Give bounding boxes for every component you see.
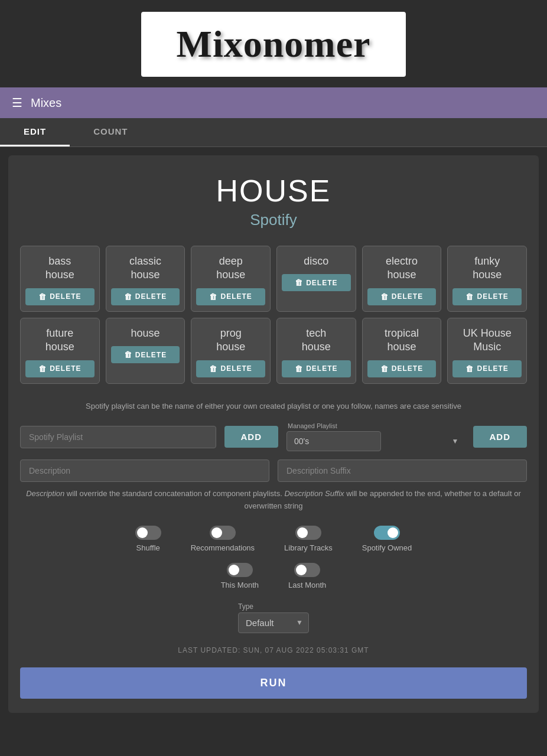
shuffle-toggle[interactable] bbox=[135, 526, 161, 540]
genre-card-prog-house: proghouse 🗑 DELETE bbox=[191, 318, 271, 384]
genre-card-funky-house: funkyhouse 🗑 DELETE bbox=[447, 246, 527, 312]
managed-playlist-select[interactable]: 00's 10's 20's bbox=[286, 431, 381, 451]
genre-name: deephouse bbox=[216, 255, 245, 282]
delete-bass-house-button[interactable]: 🗑 DELETE bbox=[25, 288, 95, 305]
spotify-form-row: ADD Managed Playlist 00's 10's 20's ▼ AD… bbox=[20, 422, 527, 451]
type-label: Type bbox=[238, 602, 309, 611]
genre-card-tropical-house: tropicalhouse 🗑 DELETE bbox=[362, 318, 442, 384]
delete-prog-house-button[interactable]: 🗑 DELETE bbox=[196, 360, 265, 377]
library-tracks-toggle[interactable] bbox=[295, 526, 321, 540]
toggles-row-1: Shuffle Recommendations Library Tracks S… bbox=[20, 526, 527, 552]
trash-icon: 🗑 bbox=[380, 292, 389, 301]
chevron-down-icon: ▼ bbox=[452, 437, 459, 445]
nav-bar: ☰ Mixes bbox=[0, 87, 547, 118]
toggles-row-2: This Month Last Month bbox=[20, 563, 527, 589]
toggle-spotify-owned: Spotify Owned bbox=[362, 526, 412, 552]
genre-card-electro-house: electrohouse 🗑 DELETE bbox=[362, 246, 442, 312]
genre-card-tech-house: techhouse 🗑 DELETE bbox=[276, 318, 356, 384]
spotify-owned-label: Spotify Owned bbox=[362, 543, 412, 552]
genre-grid: basshouse 🗑 DELETE classichouse 🗑 DELETE… bbox=[20, 246, 527, 384]
shuffle-thumb bbox=[137, 527, 148, 538]
desc-info: Description will override the standard c… bbox=[20, 488, 527, 513]
desc-info-em1: Description bbox=[26, 489, 64, 498]
this-month-thumb bbox=[229, 565, 239, 575]
delete-funky-house-button[interactable]: 🗑 DELETE bbox=[452, 288, 522, 305]
info-text: Spotify playlist can be the name of eith… bbox=[20, 400, 527, 412]
nav-title: Mixes bbox=[31, 96, 61, 110]
spotify-owned-toggle[interactable] bbox=[374, 526, 400, 540]
genre-name: funkyhouse bbox=[473, 255, 502, 282]
managed-playlist-label: Managed Playlist bbox=[286, 422, 465, 429]
trash-icon: 🗑 bbox=[380, 364, 389, 373]
last-month-thumb bbox=[296, 565, 307, 575]
last-month-label: Last Month bbox=[288, 581, 326, 589]
recommendations-thumb bbox=[211, 527, 222, 538]
delete-uk-house-music-button[interactable]: 🗑 DELETE bbox=[452, 360, 522, 377]
genre-card-disco: disco 🗑 DELETE bbox=[276, 246, 356, 312]
menu-icon[interactable]: ☰ bbox=[12, 96, 22, 110]
app-title: Mixonomer bbox=[177, 22, 371, 66]
description-row bbox=[20, 460, 527, 482]
genre-card-uk-house-music: UK HouseMusic 🗑 DELETE bbox=[447, 318, 527, 384]
trash-icon: 🗑 bbox=[209, 292, 217, 301]
playlist-name: HOUSE bbox=[20, 173, 527, 208]
managed-playlist-select-wrapper: 00's 10's 20's ▼ bbox=[286, 431, 465, 451]
delete-disco-button[interactable]: 🗑 DELETE bbox=[282, 274, 351, 291]
desc-info-em2: Description Suffix bbox=[284, 489, 344, 498]
type-select-wrapper: Default Recents Full ▼ bbox=[238, 612, 309, 633]
genre-name: classichouse bbox=[129, 255, 161, 282]
run-button[interactable]: RUN bbox=[20, 667, 527, 699]
trash-icon: 🗑 bbox=[465, 364, 474, 373]
description-suffix-input[interactable] bbox=[278, 460, 527, 482]
header: Mixonomer bbox=[0, 0, 547, 87]
spotify-playlist-input[interactable] bbox=[20, 426, 216, 448]
trash-icon: 🗑 bbox=[465, 292, 474, 301]
last-month-toggle[interactable] bbox=[294, 563, 320, 577]
toggle-this-month: This Month bbox=[221, 563, 259, 589]
type-select[interactable]: Default Recents Full bbox=[238, 612, 309, 633]
last-updated: LAST UPDATED: SUN, 07 AUG 2022 05:03:31 … bbox=[20, 646, 527, 654]
genre-card-house: house 🗑 DELETE bbox=[106, 318, 185, 384]
recommendations-toggle[interactable] bbox=[210, 526, 236, 540]
delete-electro-house-button[interactable]: 🗑 DELETE bbox=[367, 288, 437, 305]
trash-icon: 🗑 bbox=[295, 364, 303, 373]
description-input[interactable] bbox=[20, 460, 269, 482]
trash-icon: 🗑 bbox=[38, 292, 47, 301]
add-spotify-button[interactable]: ADD bbox=[224, 426, 279, 448]
trash-icon: 🗑 bbox=[124, 292, 132, 301]
toggle-recommendations: Recommendations bbox=[191, 526, 255, 552]
delete-deep-house-button[interactable]: 🗑 DELETE bbox=[196, 288, 265, 305]
trash-icon: 🗑 bbox=[124, 350, 132, 359]
tabs-bar: EDIT COUNT bbox=[0, 118, 547, 147]
managed-playlist-group: Managed Playlist 00's 10's 20's ▼ bbox=[286, 422, 465, 451]
type-row: Type Default Recents Full ▼ bbox=[20, 602, 527, 633]
library-tracks-thumb bbox=[297, 527, 308, 538]
genre-name: techhouse bbox=[302, 327, 331, 354]
trash-icon: 🗑 bbox=[38, 364, 47, 373]
toggle-shuffle: Shuffle bbox=[135, 526, 161, 552]
delete-tech-house-button[interactable]: 🗑 DELETE bbox=[282, 360, 351, 377]
genre-name: basshouse bbox=[45, 255, 74, 282]
toggle-library-tracks: Library Tracks bbox=[284, 526, 333, 552]
toggle-last-month: Last Month bbox=[288, 563, 326, 589]
this-month-label: This Month bbox=[221, 581, 259, 589]
playlist-source: Spotify bbox=[20, 211, 527, 229]
genre-name: electrohouse bbox=[386, 255, 418, 282]
main-content: HOUSE Spotify basshouse 🗑 DELETE classic… bbox=[8, 155, 539, 713]
genre-card-bass-house: basshouse 🗑 DELETE bbox=[20, 246, 100, 312]
genre-name: proghouse bbox=[216, 327, 245, 354]
delete-tropical-house-button[interactable]: 🗑 DELETE bbox=[367, 360, 437, 377]
delete-future-house-button[interactable]: 🗑 DELETE bbox=[25, 360, 95, 377]
tab-edit[interactable]: EDIT bbox=[0, 118, 70, 146]
genre-name: UK HouseMusic bbox=[463, 327, 512, 354]
logo-box: Mixonomer bbox=[141, 12, 406, 77]
tab-count[interactable]: COUNT bbox=[70, 118, 151, 146]
delete-classic-house-button[interactable]: 🗑 DELETE bbox=[111, 288, 180, 305]
spotify-owned-thumb bbox=[388, 527, 398, 538]
this-month-toggle[interactable] bbox=[227, 563, 253, 577]
genre-name: tropicalhouse bbox=[385, 327, 419, 354]
library-tracks-label: Library Tracks bbox=[284, 543, 333, 552]
delete-house-button[interactable]: 🗑 DELETE bbox=[111, 346, 180, 363]
genre-name: house bbox=[131, 327, 159, 340]
add-managed-button[interactable]: ADD bbox=[473, 426, 528, 448]
